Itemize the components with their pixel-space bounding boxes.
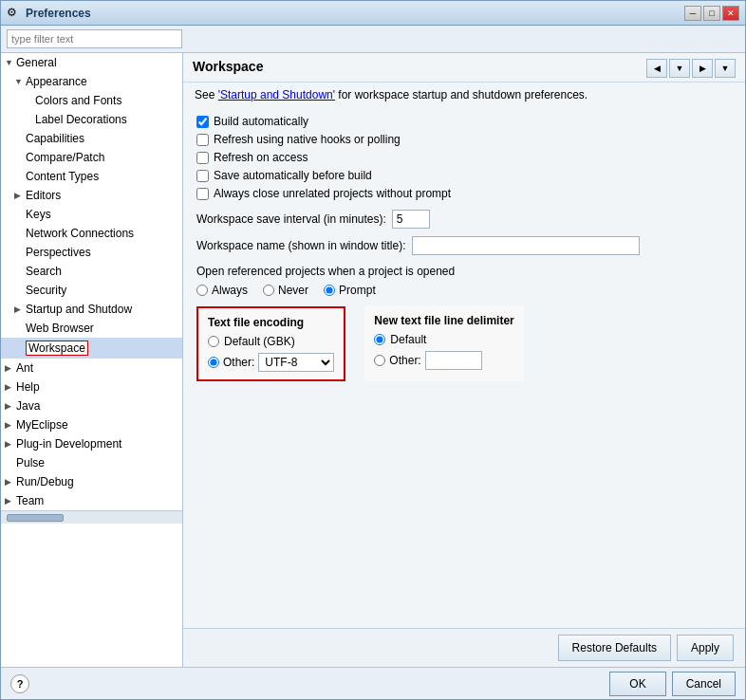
checkbox-label-refresh-native: Refresh using native hooks or polling bbox=[214, 133, 401, 146]
delimiter-default-label: Default bbox=[390, 333, 426, 346]
window-title: Preferences bbox=[26, 7, 684, 20]
window-icon: ⚙ bbox=[7, 6, 22, 21]
sidebar-item-appearance[interactable]: ▼Appearance bbox=[1, 72, 182, 91]
sidebar-item-search[interactable]: Search bbox=[1, 262, 182, 281]
sidebar-item-security[interactable]: Security bbox=[1, 281, 182, 300]
radio-never[interactable] bbox=[263, 285, 274, 296]
delimiter-other-input[interactable] bbox=[425, 351, 482, 370]
main-content: ▼General▼AppearanceColors and FontsLabel… bbox=[1, 53, 745, 667]
checkbox-refresh-native[interactable] bbox=[196, 134, 209, 146]
sidebar-item-ant[interactable]: ▶Ant bbox=[1, 359, 182, 378]
label-compare-patch: Compare/Patch bbox=[26, 151, 104, 164]
encoding-default-label: Default (GBK) bbox=[224, 335, 295, 348]
line-delimiter-box: New text file line delimiter Default Oth… bbox=[364, 306, 523, 381]
checkbox-label-refresh-access: Refresh on access bbox=[214, 151, 308, 164]
right-panel: Workspace ◀ ▼ ▶ ▼ See 'Startup and Shutd… bbox=[183, 53, 745, 667]
label-appearance: Appearance bbox=[26, 75, 87, 88]
sidebar-item-web-browser[interactable]: Web Browser bbox=[1, 319, 182, 338]
always-label: Always bbox=[212, 284, 248, 297]
checkboxes-section: Build automaticallyRefresh using native … bbox=[196, 115, 732, 200]
apply-button[interactable]: Apply bbox=[677, 635, 734, 661]
save-interval-input[interactable] bbox=[392, 210, 430, 229]
open-projects-section: Open referenced projects when a project … bbox=[196, 265, 732, 297]
maximize-button[interactable]: □ bbox=[703, 6, 720, 21]
label-java: Java bbox=[16, 399, 40, 413]
cancel-button[interactable]: Cancel bbox=[672, 672, 736, 696]
checkbox-close-unrelated[interactable] bbox=[196, 188, 209, 200]
panel-title: Workspace bbox=[193, 59, 263, 74]
sidebar-item-java[interactable]: ▶Java bbox=[1, 396, 182, 415]
label-help: Help bbox=[16, 380, 40, 394]
sidebar-item-workspace[interactable]: Workspace bbox=[1, 338, 182, 359]
sidebar-item-colors-fonts[interactable]: Colors and Fonts bbox=[1, 91, 182, 110]
sidebar-item-label-decorations[interactable]: Label Decorations bbox=[1, 110, 182, 129]
label-capabilities: Capabilities bbox=[26, 132, 84, 145]
option-always[interactable]: Always bbox=[196, 284, 248, 297]
sidebar-item-general[interactable]: ▼General bbox=[1, 53, 182, 72]
sidebar-item-content-types[interactable]: Content Types bbox=[1, 167, 182, 186]
never-label: Never bbox=[278, 284, 308, 297]
radio-prompt[interactable] bbox=[324, 285, 335, 296]
checkbox-row-close-unrelated: Always close unrelated projects without … bbox=[196, 187, 732, 200]
sidebar-item-pulse[interactable]: Pulse bbox=[1, 453, 182, 472]
radio-delimiter-other[interactable] bbox=[374, 355, 385, 366]
delimiter-options: Default Other: bbox=[374, 333, 513, 370]
label-editors: Editors bbox=[26, 189, 61, 202]
radio-always[interactable] bbox=[196, 285, 208, 296]
checkbox-save-before-build[interactable] bbox=[196, 170, 209, 182]
sidebar-item-keys[interactable]: Keys bbox=[1, 205, 182, 224]
arrow-appearance: ▼ bbox=[14, 77, 26, 86]
filter-input[interactable] bbox=[7, 29, 182, 48]
label-team: Team bbox=[16, 494, 44, 507]
startup-shutdown-link[interactable]: 'Startup and Shutdown' bbox=[218, 88, 335, 101]
panel-subtitle: See 'Startup and Shutdown' for workspace… bbox=[183, 83, 745, 105]
encoding-other-select[interactable]: UTF-8 UTF-16 ISO-8859-1 bbox=[258, 353, 334, 372]
sidebar-item-plugin-dev[interactable]: ▶Plug-in Development bbox=[1, 434, 182, 453]
help-icon[interactable]: ? bbox=[10, 674, 29, 693]
forward-dropdown[interactable]: ▼ bbox=[715, 59, 736, 78]
sidebar-item-run-debug[interactable]: ▶Run/Debug bbox=[1, 472, 182, 491]
sidebar-item-compare-patch[interactable]: Compare/Patch bbox=[1, 148, 182, 167]
label-myeclipse: MyEclipse bbox=[16, 418, 68, 432]
workspace-name-row: Workspace name (shown in window title): bbox=[196, 236, 732, 255]
bottom-bar: ? OK Cancel bbox=[1, 667, 745, 699]
back-dropdown[interactable]: ▼ bbox=[669, 59, 690, 78]
option-never[interactable]: Never bbox=[263, 284, 308, 297]
arrow-myeclipse: ▶ bbox=[5, 420, 16, 430]
ok-button[interactable]: OK bbox=[609, 672, 665, 696]
sidebar-item-help[interactable]: ▶Help bbox=[1, 378, 182, 396]
sidebar-item-editors[interactable]: ▶Editors bbox=[1, 186, 182, 205]
window-controls: ─ □ ✕ bbox=[684, 6, 739, 21]
label-content-types: Content Types bbox=[26, 170, 99, 183]
checkbox-build-auto[interactable] bbox=[196, 116, 209, 128]
arrow-run-debug: ▶ bbox=[5, 477, 16, 487]
restore-defaults-button[interactable]: Restore Defaults bbox=[558, 635, 671, 661]
label-network-connections: Network Connections bbox=[26, 227, 134, 240]
sidebar-item-myeclipse[interactable]: ▶MyEclipse bbox=[1, 415, 182, 434]
minimize-button[interactable]: ─ bbox=[684, 6, 701, 21]
sidebar-item-perspectives[interactable]: Perspectives bbox=[1, 243, 182, 262]
open-projects-label: Open referenced projects when a project … bbox=[196, 265, 732, 278]
subtitle-suffix: for workspace startup and shutdown prefe… bbox=[335, 88, 587, 101]
navigation-arrows: ◀ ▼ ▶ ▼ bbox=[646, 59, 736, 78]
sidebar-scrollbar[interactable] bbox=[1, 510, 182, 524]
sidebar-item-team[interactable]: ▶Team bbox=[1, 491, 182, 510]
scrollbar-thumb[interactable] bbox=[7, 514, 64, 522]
option-prompt[interactable]: Prompt bbox=[324, 284, 376, 297]
radio-encoding-default[interactable] bbox=[208, 336, 219, 347]
workspace-name-input[interactable] bbox=[412, 236, 640, 255]
panel-header: Workspace ◀ ▼ ▶ ▼ bbox=[183, 53, 745, 83]
sidebar-item-capabilities[interactable]: Capabilities bbox=[1, 129, 182, 148]
back-button[interactable]: ◀ bbox=[646, 59, 667, 78]
subtitle-prefix: See bbox=[195, 88, 218, 101]
checkbox-refresh-access[interactable] bbox=[196, 152, 209, 164]
save-interval-label: Workspace save interval (in minutes): bbox=[196, 212, 386, 226]
close-button[interactable]: ✕ bbox=[722, 6, 739, 21]
arrow-team: ▶ bbox=[5, 496, 16, 506]
forward-button[interactable]: ▶ bbox=[692, 59, 713, 78]
sidebar-item-network-connections[interactable]: Network Connections bbox=[1, 224, 182, 243]
radio-delimiter-default[interactable] bbox=[374, 334, 385, 345]
radio-encoding-other[interactable] bbox=[208, 357, 219, 368]
panel-body: Build automaticallyRefresh using native … bbox=[183, 105, 745, 628]
sidebar-item-startup-shutdown[interactable]: ▶Startup and Shutdow bbox=[1, 300, 182, 319]
